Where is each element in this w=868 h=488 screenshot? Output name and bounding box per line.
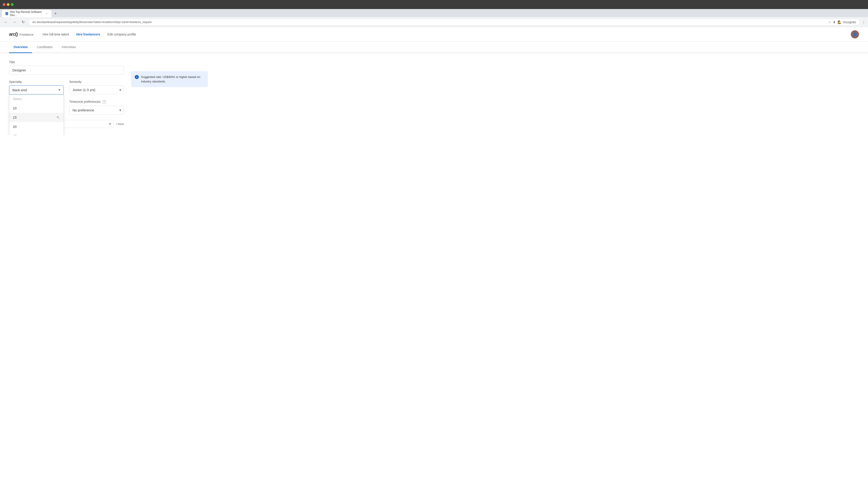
new-tab-button[interactable]: +: [52, 10, 59, 17]
incognito-icon: 🕵: [837, 20, 841, 24]
download-icon[interactable]: ⬇: [833, 20, 836, 24]
specialty-chevron-icon: ▾: [59, 88, 60, 92]
back-button[interactable]: ←: [3, 19, 9, 25]
menu-icon[interactable]: ⋮: [862, 20, 865, 24]
url-icons: ☆ ⬇ 🕵 Incognito: [828, 20, 856, 24]
title-label: Title: [9, 60, 124, 64]
currency-chevron-icon: ▾: [109, 122, 111, 126]
timezone-help-icon[interactable]: ?: [102, 100, 106, 104]
browser-tab-active[interactable]: Hire Top Remote Software Dev... ×: [2, 10, 52, 17]
seniority-label: Seniority: [69, 80, 124, 84]
app-header: arc() Freelance Hire full-time talent Hi…: [0, 27, 868, 41]
logo-text: arc(): [9, 32, 18, 37]
seniority-select[interactable]: Junior (1-3 yrs): [69, 86, 124, 94]
dropdown-placeholder[interactable]: Select: [9, 94, 64, 103]
minimize-window-button[interactable]: [7, 3, 9, 6]
specialty-label: Specialty: [9, 80, 64, 84]
forward-button[interactable]: →: [11, 19, 18, 25]
suggestion-box: i Suggested rate: US$40/hr or higher bas…: [131, 71, 208, 87]
bookmark-icon[interactable]: ☆: [828, 20, 831, 24]
dropdown-item-15[interactable]: 15 ↖: [9, 113, 64, 122]
header-nav: Hire full-time talent Hire freelancers E…: [43, 33, 136, 36]
refresh-button[interactable]: ↻: [20, 19, 26, 25]
specialty-col: Specialty Back-end ▾ Select 10 15 ↖: [9, 80, 64, 94]
tab-interviews[interactable]: Interviews: [57, 41, 81, 53]
title-input[interactable]: [9, 66, 124, 74]
content-wrapper: Title Specialty Back-end ▾ Select: [9, 60, 208, 128]
nav-hire-freelancers[interactable]: Hire freelancers: [76, 33, 100, 36]
specialty-dropdown-container: Back-end ▾ Select 10 15 ↖ 20 25: [9, 86, 64, 94]
close-window-button[interactable]: [3, 3, 5, 6]
form-panel: Title Specialty Back-end ▾ Select: [9, 60, 124, 128]
title-group: Title: [9, 60, 124, 74]
per-hour-label: / hour: [116, 122, 124, 126]
tab-candidates[interactable]: Candidates: [32, 41, 57, 53]
incognito-label: Incognito: [843, 20, 856, 24]
right-panel: i Suggested rate: US$40/hr or higher bas…: [131, 60, 208, 128]
info-icon: i: [135, 75, 139, 79]
main-content: Title Specialty Back-end ▾ Select: [0, 53, 217, 135]
avatar[interactable]: 👤: [851, 30, 859, 38]
address-bar: ← → ↻ arc.dev/dashboard/requests/kdyp4k9…: [0, 17, 868, 27]
nav-hire-fulltime[interactable]: Hire full-time talent: [43, 33, 69, 36]
page-tabs: Overview Candidates Interviews: [0, 41, 868, 53]
url-text: arc.dev/dashboard/requests/kdyp4k9q28/ov…: [32, 21, 151, 24]
specialty-value: Back-end: [12, 88, 27, 92]
timezone-col: Timezone preferences ? No preference: [69, 100, 124, 115]
seniority-col: Seniority Junior (1-3 yrs): [69, 80, 124, 94]
logo-subtitle: Freelance: [20, 33, 33, 36]
tab-favicon: [5, 12, 8, 15]
url-bar[interactable]: arc.dev/dashboard/requests/kdyp4k9q28/ov…: [29, 19, 860, 26]
logo: arc() Freelance: [9, 32, 34, 37]
dropdown-item-25[interactable]: 25: [9, 131, 64, 135]
nav-edit-profile[interactable]: Edit company profile: [107, 33, 136, 36]
tab-title: Hire Top Remote Software Dev...: [10, 10, 43, 17]
specialty-seniority-row: Specialty Back-end ▾ Select 10 15 ↖: [9, 80, 124, 94]
browser-chrome: [0, 0, 868, 9]
suggestion-text: Suggested rate: US$40/hr or higher based…: [141, 75, 204, 84]
maximize-window-button[interactable]: [11, 3, 13, 6]
dropdown-item-20[interactable]: 20: [9, 122, 64, 131]
window-controls: [3, 3, 13, 6]
dropdown-item-10[interactable]: 10: [9, 103, 64, 113]
specialty-select[interactable]: Back-end ▾: [9, 86, 64, 94]
specialty-dropdown-menu: Select 10 15 ↖ 20 25 30 35 40: [9, 94, 64, 135]
seniority-select-wrapper: Junior (1-3 yrs): [69, 86, 124, 94]
tab-overview[interactable]: Overview: [9, 41, 32, 53]
tab-bar: Hire Top Remote Software Dev... × +: [0, 9, 868, 17]
timezone-select-wrapper: No preference: [69, 106, 124, 115]
timezone-label: Timezone preferences ?: [69, 100, 124, 104]
timezone-select[interactable]: No preference: [69, 106, 124, 115]
tab-close-button[interactable]: ×: [45, 12, 48, 15]
